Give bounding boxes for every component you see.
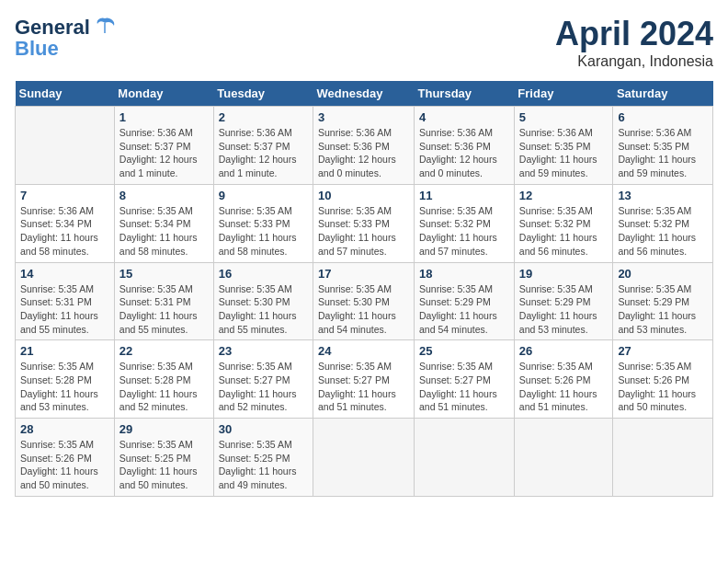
calendar-cell: 14Sunrise: 5:35 AM Sunset: 5:31 PM Dayli… (16, 262, 115, 340)
calendar-cell (415, 419, 515, 497)
day-info: Sunrise: 5:36 AM Sunset: 5:37 PM Dayligh… (219, 126, 308, 180)
calendar-cell (613, 419, 713, 497)
day-info: Sunrise: 5:35 AM Sunset: 5:28 PM Dayligh… (20, 360, 109, 414)
day-number: 18 (419, 267, 509, 281)
day-number: 22 (119, 344, 209, 358)
page-header: General Blue April 2024 Karangan, Indone… (15, 15, 713, 70)
calendar-cell: 12Sunrise: 5:35 AM Sunset: 5:32 PM Dayli… (514, 184, 613, 262)
day-number: 30 (219, 422, 308, 436)
day-number: 17 (318, 267, 409, 281)
calendar-cell: 15Sunrise: 5:35 AM Sunset: 5:31 PM Dayli… (114, 262, 213, 340)
day-number: 16 (219, 267, 308, 281)
calendar-cell: 27Sunrise: 5:35 AM Sunset: 5:26 PM Dayli… (613, 340, 713, 419)
day-info: Sunrise: 5:35 AM Sunset: 5:27 PM Dayligh… (318, 360, 409, 414)
day-number: 26 (519, 344, 609, 358)
day-info: Sunrise: 5:36 AM Sunset: 5:35 PM Dayligh… (618, 126, 708, 180)
day-info: Sunrise: 5:35 AM Sunset: 5:29 PM Dayligh… (618, 282, 708, 337)
calendar-cell: 8Sunrise: 5:35 AM Sunset: 5:34 PM Daylig… (114, 184, 213, 262)
calendar-cell: 21Sunrise: 5:35 AM Sunset: 5:28 PM Dayli… (16, 340, 115, 419)
header-thursday: Thursday (415, 81, 515, 107)
day-number: 12 (519, 189, 609, 202)
calendar-cell: 17Sunrise: 5:35 AM Sunset: 5:30 PM Dayli… (313, 262, 415, 340)
day-info: Sunrise: 5:35 AM Sunset: 5:25 PM Dayligh… (119, 438, 209, 492)
day-info: Sunrise: 5:35 AM Sunset: 5:32 PM Dayligh… (419, 204, 509, 259)
week-row-1: 7Sunrise: 5:36 AM Sunset: 5:34 PM Daylig… (16, 184, 713, 262)
day-info: Sunrise: 5:35 AM Sunset: 5:30 PM Dayligh… (318, 282, 409, 337)
day-number: 7 (20, 189, 109, 202)
month-title: April 2024 (555, 15, 713, 53)
calendar-cell: 1Sunrise: 5:36 AM Sunset: 5:37 PM Daylig… (114, 107, 213, 185)
calendar-cell: 6Sunrise: 5:36 AM Sunset: 5:35 PM Daylig… (613, 107, 713, 185)
calendar-cell: 25Sunrise: 5:35 AM Sunset: 5:27 PM Dayli… (415, 340, 515, 419)
day-info: Sunrise: 5:35 AM Sunset: 5:27 PM Dayligh… (219, 360, 308, 414)
logo: General Blue (15, 15, 118, 61)
calendar-cell: 3Sunrise: 5:36 AM Sunset: 5:36 PM Daylig… (313, 107, 415, 185)
day-number: 21 (20, 344, 109, 358)
day-info: Sunrise: 5:35 AM Sunset: 5:33 PM Dayligh… (318, 204, 409, 259)
day-info: Sunrise: 5:35 AM Sunset: 5:32 PM Dayligh… (519, 204, 609, 259)
day-number: 14 (20, 267, 109, 281)
day-info: Sunrise: 5:36 AM Sunset: 5:36 PM Dayligh… (419, 126, 509, 180)
day-number: 11 (419, 189, 509, 202)
day-info: Sunrise: 5:35 AM Sunset: 5:33 PM Dayligh… (219, 204, 308, 259)
day-number: 9 (219, 189, 308, 202)
day-info: Sunrise: 5:35 AM Sunset: 5:32 PM Dayligh… (618, 204, 708, 259)
header-tuesday: Tuesday (213, 81, 313, 107)
calendar-cell (313, 419, 415, 497)
calendar-cell: 16Sunrise: 5:35 AM Sunset: 5:30 PM Dayli… (213, 262, 313, 340)
day-info: Sunrise: 5:35 AM Sunset: 5:34 PM Dayligh… (119, 204, 209, 259)
day-info: Sunrise: 5:35 AM Sunset: 5:31 PM Dayligh… (119, 282, 209, 337)
day-number: 19 (519, 267, 609, 281)
day-info: Sunrise: 5:35 AM Sunset: 5:26 PM Dayligh… (618, 360, 708, 414)
day-number: 6 (618, 110, 708, 124)
calendar-cell: 10Sunrise: 5:35 AM Sunset: 5:33 PM Dayli… (313, 184, 415, 262)
day-number: 13 (618, 189, 708, 202)
calendar-cell: 22Sunrise: 5:35 AM Sunset: 5:28 PM Dayli… (114, 340, 213, 419)
day-info: Sunrise: 5:35 AM Sunset: 5:29 PM Dayligh… (519, 282, 609, 337)
day-info: Sunrise: 5:35 AM Sunset: 5:26 PM Dayligh… (20, 438, 109, 492)
day-info: Sunrise: 5:36 AM Sunset: 5:35 PM Dayligh… (519, 126, 609, 180)
calendar-cell: 4Sunrise: 5:36 AM Sunset: 5:36 PM Daylig… (415, 107, 515, 185)
calendar-cell: 30Sunrise: 5:35 AM Sunset: 5:25 PM Dayli… (213, 419, 313, 497)
header-sunday: Sunday (16, 81, 115, 107)
day-number: 15 (119, 267, 209, 281)
day-info: Sunrise: 5:36 AM Sunset: 5:36 PM Dayligh… (318, 126, 409, 180)
header-monday: Monday (114, 81, 213, 107)
day-number: 1 (119, 110, 209, 124)
day-info: Sunrise: 5:35 AM Sunset: 5:29 PM Dayligh… (419, 282, 509, 337)
calendar-cell: 13Sunrise: 5:35 AM Sunset: 5:32 PM Dayli… (613, 184, 713, 262)
day-number: 28 (20, 422, 109, 436)
day-info: Sunrise: 5:35 AM Sunset: 5:26 PM Dayligh… (519, 360, 609, 414)
calendar-cell: 5Sunrise: 5:36 AM Sunset: 5:35 PM Daylig… (514, 107, 613, 185)
calendar-cell: 7Sunrise: 5:36 AM Sunset: 5:34 PM Daylig… (16, 184, 115, 262)
calendar-cell: 26Sunrise: 5:35 AM Sunset: 5:26 PM Dayli… (514, 340, 613, 419)
calendar-cell: 2Sunrise: 5:36 AM Sunset: 5:37 PM Daylig… (213, 107, 313, 185)
calendar-cell: 18Sunrise: 5:35 AM Sunset: 5:29 PM Dayli… (415, 262, 515, 340)
day-number: 10 (318, 189, 409, 202)
day-number: 23 (219, 344, 308, 358)
week-row-0: 1Sunrise: 5:36 AM Sunset: 5:37 PM Daylig… (16, 107, 713, 185)
calendar-cell (16, 107, 115, 185)
calendar-cell: 29Sunrise: 5:35 AM Sunset: 5:25 PM Dayli… (114, 419, 213, 497)
calendar-cell: 9Sunrise: 5:35 AM Sunset: 5:33 PM Daylig… (213, 184, 313, 262)
week-row-2: 14Sunrise: 5:35 AM Sunset: 5:31 PM Dayli… (16, 262, 713, 340)
week-row-3: 21Sunrise: 5:35 AM Sunset: 5:28 PM Dayli… (16, 340, 713, 419)
day-info: Sunrise: 5:35 AM Sunset: 5:31 PM Dayligh… (20, 282, 109, 337)
logo-blue-text: Blue (15, 37, 59, 61)
day-info: Sunrise: 5:35 AM Sunset: 5:28 PM Dayligh… (119, 360, 209, 414)
calendar-cell: 20Sunrise: 5:35 AM Sunset: 5:29 PM Dayli… (613, 262, 713, 340)
day-number: 8 (119, 189, 209, 202)
calendar-cell: 19Sunrise: 5:35 AM Sunset: 5:29 PM Dayli… (514, 262, 613, 340)
day-number: 24 (318, 344, 409, 358)
week-row-4: 28Sunrise: 5:35 AM Sunset: 5:26 PM Dayli… (16, 419, 713, 497)
logo-bird-icon (92, 15, 118, 40)
header-friday: Friday (514, 81, 613, 107)
day-info: Sunrise: 5:35 AM Sunset: 5:25 PM Dayligh… (219, 438, 308, 492)
calendar-cell: 23Sunrise: 5:35 AM Sunset: 5:27 PM Dayli… (213, 340, 313, 419)
day-number: 2 (219, 110, 308, 124)
calendar-table: SundayMondayTuesdayWednesdayThursdayFrid… (15, 81, 713, 497)
calendar-cell: 11Sunrise: 5:35 AM Sunset: 5:32 PM Dayli… (415, 184, 515, 262)
header-row: SundayMondayTuesdayWednesdayThursdayFrid… (16, 81, 713, 107)
day-number: 3 (318, 110, 409, 124)
title-block: April 2024 Karangan, Indonesia (555, 15, 713, 70)
